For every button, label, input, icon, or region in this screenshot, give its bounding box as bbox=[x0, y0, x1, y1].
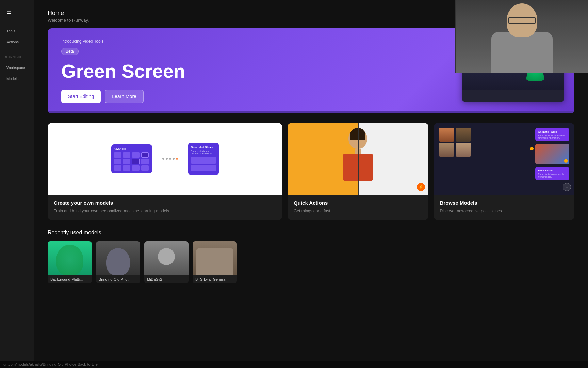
browse-dot-2 bbox=[530, 147, 534, 150]
model-face-3 bbox=[196, 248, 233, 275]
model-thumbnail-2 bbox=[144, 241, 189, 275]
shoe-item bbox=[123, 159, 130, 164]
shoe-item bbox=[123, 152, 130, 158]
face-thumb-4 bbox=[456, 143, 471, 157]
shoe-item-selected bbox=[132, 159, 140, 164]
shoe-item bbox=[141, 165, 149, 171]
hamburger-menu[interactable]: ☰ bbox=[0, 7, 34, 24]
webcam-person bbox=[456, 0, 588, 73]
model-label-3: BTS-Lyric-Genera... bbox=[193, 275, 237, 283]
webcam-torso bbox=[491, 32, 553, 73]
browse-add-button[interactable]: + bbox=[563, 183, 571, 191]
gen-shoe bbox=[191, 165, 216, 171]
shoe-item-selected bbox=[141, 152, 149, 158]
quick-actions-image: ⚡ bbox=[288, 123, 428, 195]
quick-badge: ⚡ bbox=[417, 183, 425, 191]
model-card-3[interactable]: BTS-Lyric-Genera... bbox=[193, 241, 237, 283]
webcam-head-area bbox=[502, 3, 542, 37]
start-editing-button[interactable]: Start Editing bbox=[61, 90, 101, 103]
face-thumb-2 bbox=[456, 128, 471, 142]
browse-panel-animate-sub: Face Order Motion Model for Image Animat… bbox=[538, 134, 567, 139]
sidebar-section-running: RUNNING bbox=[5, 56, 29, 59]
cards-section: /MyShoes bbox=[48, 123, 574, 220]
create-models-image: /MyShoes bbox=[48, 123, 282, 195]
browse-models-card[interactable]: Animate Faces Face Order Motion Model fo… bbox=[434, 123, 574, 220]
quick-actions-card[interactable]: ⚡ Quick Actions Get things done fast. bbox=[288, 123, 428, 220]
model-thumbnail-3 bbox=[193, 241, 237, 275]
sidebar-item-tools[interactable]: Tools bbox=[5, 27, 29, 35]
face-thumb-1 bbox=[439, 128, 454, 142]
model-grid: Background-Matti... Bringing-Old-Phot...… bbox=[48, 241, 574, 283]
model-label-1: Bringing-Old-Phot... bbox=[96, 275, 140, 283]
browse-models-desc: Discover new creative possibilities. bbox=[440, 208, 568, 214]
browse-dot bbox=[564, 159, 568, 163]
shoe-item bbox=[114, 159, 121, 164]
model-card-1[interactable]: Bringing-Old-Phot... bbox=[96, 241, 140, 283]
dot bbox=[169, 158, 171, 160]
webcam-inner bbox=[456, 0, 588, 73]
generated-label: Generated Shoes bbox=[191, 145, 216, 149]
face-thumb-3 bbox=[439, 143, 454, 157]
webcam-face bbox=[507, 3, 537, 37]
generated-sub: Create infinite and unique shoe designs. bbox=[191, 150, 216, 155]
create-illustration: /MyShoes bbox=[48, 123, 282, 195]
create-models-desc: Train and build your own personalized ma… bbox=[54, 208, 276, 214]
sidebar-item-workspace[interactable]: Workspace bbox=[5, 64, 29, 72]
model-card-2[interactable]: MiDaSv2 bbox=[144, 241, 189, 283]
screenshot-timeline bbox=[462, 90, 564, 102]
model-label-0: Background-Matti... bbox=[48, 275, 92, 283]
browse-models-image: Animate Faces Face Order Motion Model fo… bbox=[434, 123, 574, 195]
sidebar: ☰ Tools Actions RUNNING Workspace Models bbox=[0, 0, 34, 368]
create-models-title: Create your own models bbox=[54, 200, 276, 206]
hero-left: Introducing Video Tools Beta Green Scree… bbox=[48, 28, 452, 113]
model-cat-shape bbox=[158, 248, 175, 265]
model-label-2: MiDaSv2 bbox=[144, 275, 189, 283]
arrow-dots bbox=[162, 158, 178, 160]
generated-panel: Generated Shoes Create infinite and uniq… bbox=[188, 143, 219, 175]
browse-panels: Animate Faces Face Order Motion Model fo… bbox=[535, 128, 569, 180]
browse-models-info: Browse Models Discover new creative poss… bbox=[434, 195, 574, 220]
hero-title: Green Screen bbox=[61, 61, 438, 82]
hero-intro-text: Introducing Video Tools bbox=[61, 39, 438, 44]
browse-panel-animate: Animate Faces Face Order Motion Model fo… bbox=[535, 128, 569, 141]
create-models-info: Create your own models Train and build y… bbox=[48, 195, 282, 220]
myshoes-panel: /MyShoes bbox=[111, 144, 152, 173]
dot bbox=[173, 158, 175, 160]
webcam-overlay bbox=[455, 0, 588, 73]
quick-actions-info: Quick Actions Get things done fast. bbox=[288, 195, 428, 220]
divider-line bbox=[358, 123, 359, 195]
model-card-0[interactable]: Background-Matti... bbox=[48, 241, 92, 283]
face-thumb-large-container bbox=[535, 144, 569, 164]
model-thumbnail-0 bbox=[48, 241, 92, 275]
browse-panel-parser: Face Parser Parse facial components from… bbox=[535, 167, 569, 180]
model-face-0 bbox=[56, 245, 83, 275]
browse-panel-animate-title: Animate Faces bbox=[538, 130, 567, 133]
recently-used-title: Recently used models bbox=[48, 230, 574, 236]
sidebar-item-actions[interactable]: Actions bbox=[5, 38, 29, 46]
shoe-grid bbox=[114, 152, 149, 171]
shoe-item bbox=[123, 165, 130, 171]
browse-panel-parser-sub: Parse facial components from images. bbox=[538, 173, 567, 178]
browse-models-title: Browse Models bbox=[440, 200, 568, 206]
sidebar-item-models[interactable]: Models bbox=[5, 75, 29, 83]
model-face-1 bbox=[106, 248, 130, 275]
shoe-item bbox=[132, 165, 140, 171]
hero-badge: Beta bbox=[61, 48, 79, 55]
create-models-card[interactable]: /MyShoes bbox=[48, 123, 282, 220]
quick-actions-desc: Get things done fast. bbox=[294, 208, 422, 214]
browse-panel-parser-title: Face Parser bbox=[538, 169, 567, 172]
dot bbox=[162, 158, 164, 160]
gen-shoe bbox=[191, 157, 216, 164]
recently-used-section: Recently used models Background-Matti...… bbox=[48, 230, 574, 283]
shoe-item bbox=[141, 159, 149, 164]
sidebar-nav: Tools Actions RUNNING Workspace Models bbox=[0, 24, 34, 86]
face-grid bbox=[439, 128, 471, 157]
learn-more-button[interactable]: Learn More bbox=[105, 90, 144, 103]
myshoes-label: /MyShoes bbox=[114, 147, 149, 150]
status-url: url.com/models/akhaliq/Bringing-Old-Phot… bbox=[3, 362, 98, 366]
quick-actions-title: Quick Actions bbox=[294, 200, 422, 206]
dot-accent bbox=[176, 158, 178, 160]
shoe-item bbox=[114, 165, 121, 171]
status-bar: url.com/models/akhaliq/Bringing-Old-Phot… bbox=[0, 361, 588, 368]
hero-actions: Start Editing Learn More bbox=[61, 90, 438, 103]
